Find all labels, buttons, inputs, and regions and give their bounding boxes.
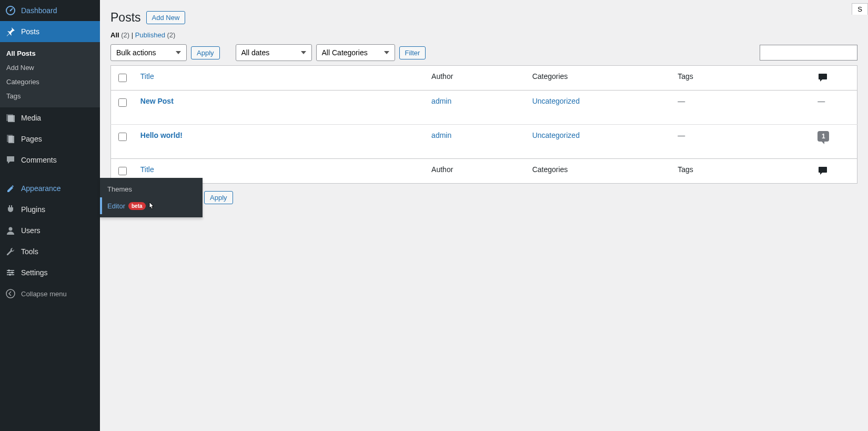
post-title-link[interactable]: New Post (140, 97, 174, 105)
pin-icon (5, 26, 16, 37)
appearance-icon (5, 183, 16, 194)
row-checkbox[interactable] (118, 133, 127, 141)
view-all[interactable]: All (110, 31, 119, 39)
menu-dashboard[interactable]: Dashboard (0, 0, 100, 21)
table-row: New Post admin Uncategorized — — (111, 91, 857, 125)
menu-plugins-label: Plugins (21, 205, 45, 214)
post-tags: — (678, 97, 685, 105)
collapse-menu[interactable]: Collapse menu (0, 283, 100, 304)
pages-icon (5, 134, 16, 144)
search-input[interactable] (760, 45, 857, 61)
select-all-top[interactable] (118, 74, 127, 82)
menu-users[interactable]: Users (0, 220, 100, 241)
flyout-editor-label: Editor (107, 202, 125, 210)
post-tags: — (678, 131, 685, 139)
post-category-link[interactable]: Uncategorized (532, 131, 580, 139)
apply-bulk-button-bottom[interactable]: Apply (204, 191, 233, 204)
svg-rect-5 (8, 136, 14, 143)
media-icon (5, 113, 16, 123)
submenu-tags[interactable]: Tags (0, 89, 100, 103)
plugins-icon (5, 204, 16, 215)
view-published[interactable]: Published (135, 31, 165, 39)
table-row: Hello world! admin Uncategorized — 1 (111, 125, 857, 159)
menu-users-label: Users (21, 226, 41, 235)
menu-comments[interactable]: Comments (0, 149, 100, 171)
svg-rect-10 (8, 269, 9, 272)
menu-media-label: Media (21, 114, 41, 122)
main-content: S Posts Add New All (2) | Published (2) … (100, 0, 868, 431)
menu-appearance-label: Appearance (21, 184, 61, 193)
collapse-label: Collapse menu (21, 290, 67, 298)
menu-comments-label: Comments (21, 156, 57, 164)
menu-posts-label: Posts (21, 27, 39, 36)
beta-badge: beta (128, 202, 146, 210)
comments-col-icon-bottom[interactable] (817, 165, 828, 176)
post-comments-count[interactable]: 1 (817, 131, 829, 142)
menu-media[interactable]: Media (0, 107, 100, 128)
bulk-actions-select[interactable]: Bulk actions (110, 44, 187, 61)
svg-rect-11 (12, 272, 13, 274)
status-filter-links: All (2) | Published (2) (110, 31, 857, 39)
col-categories: Categories (527, 66, 673, 91)
submenu-posts: All Posts Add New Categories Tags (0, 42, 100, 107)
comments-col-icon[interactable] (817, 72, 828, 83)
page-title: Posts (110, 11, 141, 25)
users-icon (5, 225, 16, 236)
view-published-count: (2) (167, 31, 176, 39)
col-author-bottom: Author (426, 159, 527, 184)
row-checkbox[interactable] (118, 98, 127, 107)
submenu-all-posts[interactable]: All Posts (0, 46, 100, 61)
col-tags-bottom: Tags (672, 159, 812, 184)
svg-point-1 (10, 10, 12, 12)
submenu-add-new[interactable]: Add New (0, 61, 100, 75)
post-author-link[interactable]: admin (431, 131, 451, 139)
flyout-editor[interactable]: Editor beta (100, 197, 203, 214)
col-tags: Tags (672, 66, 812, 91)
flyout-themes[interactable]: Themes (100, 181, 203, 197)
menu-plugins[interactable]: Plugins (0, 199, 100, 220)
col-title-sort[interactable]: Title (140, 72, 154, 81)
post-title-link[interactable]: Hello world! (140, 131, 183, 139)
menu-pages-label: Pages (21, 135, 42, 143)
menu-tools-label: Tools (21, 247, 38, 256)
date-filter-select[interactable]: All dates (236, 44, 312, 61)
menu-settings[interactable]: Settings (0, 262, 100, 283)
col-author: Author (426, 66, 527, 91)
menu-posts[interactable]: Posts (0, 21, 100, 42)
settings-icon (5, 267, 16, 278)
menu-dashboard-label: Dashboard (21, 6, 57, 15)
cursor-icon (147, 202, 155, 210)
menu-tools[interactable]: Tools (0, 241, 100, 262)
svg-rect-12 (9, 274, 11, 276)
admin-sidebar: Dashboard Posts All Posts Add New Catego… (0, 0, 100, 431)
svg-rect-3 (8, 115, 15, 122)
add-new-button[interactable]: Add New (146, 11, 186, 24)
filter-button[interactable]: Filter (399, 46, 426, 59)
comments-icon (5, 155, 16, 165)
col-categories-bottom: Categories (527, 159, 673, 184)
category-filter-select[interactable]: All Categories (316, 44, 395, 61)
view-all-count: (2) (121, 31, 129, 39)
select-all-bottom[interactable] (118, 167, 127, 175)
screen-options-button[interactable]: S (852, 3, 868, 15)
col-title-sort-bottom[interactable]: Title (140, 165, 154, 174)
post-author-link[interactable]: admin (431, 97, 451, 105)
menu-appearance[interactable]: Appearance Themes Editor beta (0, 178, 100, 199)
flyout-appearance: Themes Editor beta (100, 178, 203, 217)
submenu-categories[interactable]: Categories (0, 75, 100, 89)
svg-point-13 (6, 289, 15, 298)
dashboard-icon (5, 5, 16, 16)
menu-settings-label: Settings (21, 268, 48, 277)
menu-pages[interactable]: Pages (0, 128, 100, 149)
post-comments-none: — (817, 97, 825, 105)
apply-bulk-button[interactable]: Apply (191, 46, 220, 59)
svg-point-6 (9, 227, 13, 231)
collapse-icon (5, 288, 16, 299)
svg-rect-7 (7, 270, 14, 271)
posts-table: Title Author Categories Tags New Post ad… (110, 65, 857, 184)
post-category-link[interactable]: Uncategorized (532, 97, 580, 105)
tools-icon (5, 246, 16, 257)
svg-rect-8 (7, 272, 14, 273)
